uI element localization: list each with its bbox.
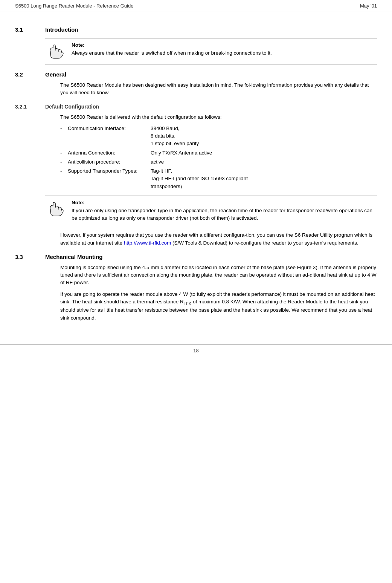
config-dash-0: -	[60, 125, 68, 148]
config-label-1: Antenna Connection:	[68, 149, 151, 157]
page-header: S6500 Long Range Reader Module - Referen…	[0, 0, 392, 12]
page-number: 18	[193, 348, 198, 353]
section-3-2-1-heading: 3.2.1 Default Configuration	[15, 104, 377, 110]
note-box-2: Note: If you are only using one transpon…	[45, 196, 377, 226]
note-1-content: Note: Always ensure that the reader is s…	[68, 42, 377, 57]
section-3-2-body: The S6500 Reader Module has been designe…	[60, 81, 377, 97]
section-3-2-1-title: Default Configuration	[45, 104, 99, 110]
section-3-2-1-body: The S6500 Reader is delivered with the d…	[60, 113, 377, 121]
header-left: S6500 Long Range Reader Module - Referen…	[15, 3, 133, 9]
content-area: 3.1 Introduction Not	[0, 12, 392, 333]
section-3-3-number: 3.3	[15, 254, 45, 260]
config-value-2: active	[151, 158, 164, 166]
config-item-3: - Supported Transponder Types: Tag-it HF…	[60, 167, 377, 190]
config-value-1: Only TX/RX Antenna active	[151, 149, 212, 157]
config-dash-3: -	[60, 167, 68, 190]
section-3-3-title: Mechanical Mounting	[45, 254, 103, 260]
config-list: - Communication Interface: 38400 Baud,8 …	[60, 125, 377, 190]
config-item-0: - Communication Interface: 38400 Baud,8 …	[60, 125, 377, 148]
config-item-1: - Antenna Connection: Only TX/RX Antenna…	[60, 149, 377, 157]
section-3-2-number: 3.2	[15, 71, 45, 78]
section-3-3-body2: If you are going to operate the reader m…	[60, 291, 377, 322]
section-3-1-title: Introduction	[45, 26, 78, 33]
config-value-0: 38400 Baud,8 data bits,1 stop bit, even …	[151, 125, 199, 148]
note-1-text: Always ensure that the reader is switche…	[72, 49, 377, 57]
section-3-2-1-body2: However, if your system requires that yo…	[60, 231, 377, 247]
note-2-title: Note:	[72, 200, 377, 205]
note-box-1: Note: Always ensure that the reader is s…	[45, 38, 377, 64]
note-hand-icon-2	[45, 200, 68, 218]
section-3-2-1-number: 3.2.1	[15, 104, 45, 110]
config-label-2: Anticollision procedure:	[68, 158, 151, 166]
page-footer: 18	[0, 344, 392, 357]
config-label-0: Communication Interface:	[68, 125, 151, 148]
section-3-2-title: General	[45, 71, 66, 78]
subscript-thk: ThK	[184, 301, 192, 305]
section-3-3-heading: 3.3 Mechanical Mounting	[15, 254, 377, 260]
section-3-2-heading: 3.2 General	[15, 71, 377, 78]
config-dash-1: -	[60, 149, 68, 157]
config-label-3: Supported Transponder Types:	[68, 167, 151, 190]
body2-part2: (S/W Tools & Download) to re-configure t…	[171, 240, 358, 246]
section-3-1-number: 3.1	[15, 26, 45, 33]
section-3-1-heading: 3.1 Introduction	[15, 26, 377, 33]
config-value-3: Tag-it HF,Tag-it HF-I (and other ISO 156…	[151, 167, 248, 190]
page-wrapper: S6500 Long Range Reader Module - Referen…	[0, 0, 392, 583]
config-item-2: - Anticollision procedure: active	[60, 158, 377, 166]
note-hand-icon-1	[45, 42, 68, 60]
rfid-link[interactable]: http://www.ti-rfid.com	[124, 240, 171, 246]
note-1-title: Note:	[72, 42, 377, 48]
section-3-3-body1: Mounting is accomplished using the 4.5 m…	[60, 264, 377, 287]
config-dash-2: -	[60, 158, 68, 166]
note-2-content: Note: If you are only using one transpon…	[68, 200, 377, 222]
header-right: May '01	[360, 3, 377, 9]
note-2-text: If you are only using one transponder Ty…	[72, 207, 377, 222]
